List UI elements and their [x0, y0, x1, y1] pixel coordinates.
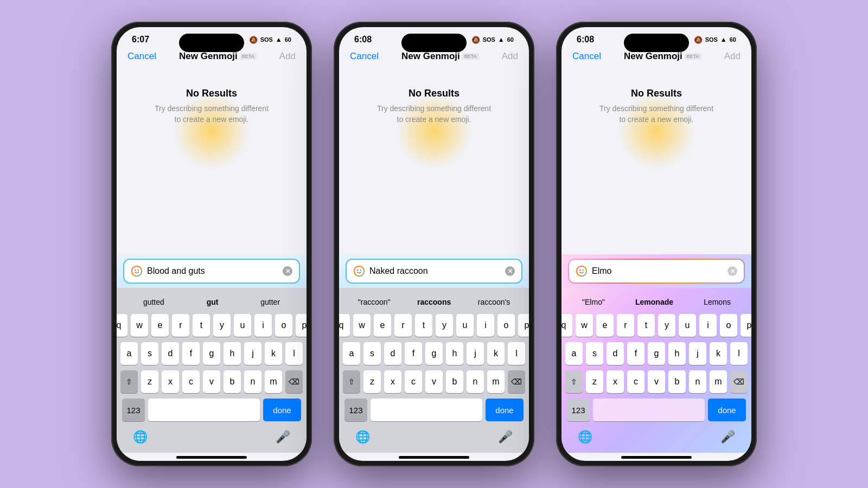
- key-n-2[interactable]: n: [467, 370, 484, 393]
- key-a-2[interactable]: a: [343, 342, 360, 365]
- key-o-2[interactable]: o: [497, 314, 515, 337]
- key-j-3[interactable]: j: [689, 342, 706, 365]
- key-z-2[interactable]: z: [363, 370, 381, 393]
- key-c-3[interactable]: c: [627, 370, 644, 393]
- key-h-3[interactable]: h: [668, 342, 686, 365]
- search-bar-1[interactable]: Blood and guts ✕: [123, 259, 300, 284]
- globe-icon-3[interactable]: 🌐: [578, 430, 592, 444]
- cancel-button-2[interactable]: Cancel: [350, 51, 379, 62]
- key-f-1[interactable]: f: [182, 342, 200, 365]
- key-j-1[interactable]: j: [244, 342, 261, 365]
- key-e-1[interactable]: e: [151, 314, 169, 337]
- key-u-2[interactable]: u: [456, 314, 474, 337]
- key-c-2[interactable]: c: [405, 370, 422, 393]
- key-q-2[interactable]: q: [339, 314, 350, 337]
- clear-button-1[interactable]: ✕: [283, 266, 292, 276]
- key-c-1[interactable]: c: [182, 370, 200, 393]
- key-i-3[interactable]: i: [699, 314, 717, 337]
- key-y-3[interactable]: y: [658, 314, 675, 337]
- key-backspace-2[interactable]: ⌫: [508, 370, 525, 393]
- suggestion-2-2[interactable]: raccoon's: [474, 296, 514, 309]
- key-l-1[interactable]: l: [285, 342, 303, 365]
- key-b-3[interactable]: b: [668, 370, 686, 393]
- key-p-2[interactable]: p: [518, 314, 529, 337]
- key-k-1[interactable]: k: [265, 342, 282, 365]
- globe-icon-2[interactable]: 🌐: [355, 430, 370, 444]
- key-j-2[interactable]: j: [467, 342, 484, 365]
- cancel-button-3[interactable]: Cancel: [572, 51, 601, 62]
- key-shift-1[interactable]: ⇧: [120, 370, 138, 393]
- key-k-2[interactable]: k: [487, 342, 505, 365]
- key-x-3[interactable]: x: [607, 370, 624, 393]
- key-s-1[interactable]: s: [141, 342, 158, 365]
- key-t-2[interactable]: t: [415, 314, 432, 337]
- key-l-3[interactable]: l: [730, 342, 748, 365]
- key-i-2[interactable]: i: [477, 314, 494, 337]
- done-button-1[interactable]: done: [263, 399, 301, 421]
- suggestion-1-0[interactable]: gutted: [139, 296, 169, 309]
- suggestion-3-2[interactable]: Lemons: [699, 296, 735, 309]
- key-e-2[interactable]: e: [374, 314, 391, 337]
- suggestion-3-1[interactable]: Lemonade: [631, 296, 678, 309]
- key-w-2[interactable]: w: [353, 314, 371, 337]
- search-text-2[interactable]: Naked raccoon: [369, 266, 501, 276]
- key-z-3[interactable]: z: [586, 370, 603, 393]
- key-e-3[interactable]: e: [596, 314, 614, 337]
- key-t-1[interactable]: t: [193, 314, 210, 337]
- space-bar-1[interactable]: [148, 399, 260, 421]
- key-w-3[interactable]: w: [576, 314, 593, 337]
- key-w-1[interactable]: w: [131, 314, 148, 337]
- suggestion-1-1[interactable]: gut: [202, 296, 223, 309]
- key-backspace-3[interactable]: ⌫: [730, 370, 748, 393]
- search-text-3[interactable]: Elmo: [592, 266, 723, 276]
- done-button-2[interactable]: done: [486, 399, 524, 421]
- suggestion-3-0[interactable]: "Elmo": [578, 296, 609, 309]
- key-shift-3[interactable]: ⇧: [565, 370, 583, 393]
- done-button-3[interactable]: done: [708, 399, 746, 421]
- clear-button-3[interactable]: ✕: [727, 266, 737, 276]
- key-s-2[interactable]: s: [363, 342, 381, 365]
- key-p-1[interactable]: p: [296, 314, 307, 337]
- add-button-1[interactable]: Add: [279, 51, 296, 62]
- key-n-1[interactable]: n: [244, 370, 261, 393]
- key-s-3[interactable]: s: [586, 342, 603, 365]
- key-g-3[interactable]: g: [648, 342, 665, 365]
- key-m-3[interactable]: m: [710, 370, 727, 393]
- key-f-2[interactable]: f: [405, 342, 422, 365]
- mic-icon-1[interactable]: 🎤: [276, 430, 290, 444]
- suggestion-2-1[interactable]: raccoons: [413, 296, 455, 309]
- key-q-1[interactable]: q: [117, 314, 127, 337]
- key-z-1[interactable]: z: [141, 370, 158, 393]
- key-r-2[interactable]: r: [394, 314, 412, 337]
- space-bar-2[interactable]: [371, 399, 482, 421]
- key-g-1[interactable]: g: [203, 342, 220, 365]
- key-f-3[interactable]: f: [627, 342, 644, 365]
- key-d-2[interactable]: d: [384, 342, 401, 365]
- key-a-1[interactable]: a: [120, 342, 138, 365]
- add-button-3[interactable]: Add: [724, 51, 741, 62]
- key-d-3[interactable]: d: [607, 342, 624, 365]
- key-k-3[interactable]: k: [710, 342, 727, 365]
- key-q-3[interactable]: q: [561, 314, 572, 337]
- key-v-1[interactable]: v: [203, 370, 220, 393]
- key-a-3[interactable]: a: [565, 342, 583, 365]
- search-bar-2[interactable]: Naked raccoon ✕: [346, 259, 522, 284]
- key-i-1[interactable]: i: [254, 314, 272, 337]
- key-v-2[interactable]: v: [425, 370, 443, 393]
- key-p-3[interactable]: p: [741, 314, 751, 337]
- suggestion-2-0[interactable]: "raccoon": [354, 296, 395, 309]
- key-u-3[interactable]: u: [679, 314, 696, 337]
- key-o-3[interactable]: o: [720, 314, 737, 337]
- key-n-3[interactable]: n: [689, 370, 706, 393]
- key-backspace-1[interactable]: ⌫: [285, 370, 303, 393]
- key-u-1[interactable]: u: [234, 314, 251, 337]
- key-y-1[interactable]: y: [213, 314, 231, 337]
- suggestion-1-2[interactable]: gutter: [256, 296, 284, 309]
- key-m-1[interactable]: m: [265, 370, 282, 393]
- key-r-1[interactable]: r: [172, 314, 189, 337]
- space-bar-3[interactable]: [593, 399, 705, 421]
- clear-button-2[interactable]: ✕: [505, 266, 515, 276]
- mic-icon-2[interactable]: 🎤: [498, 430, 513, 444]
- key-shift-2[interactable]: ⇧: [343, 370, 360, 393]
- key-l-2[interactable]: l: [508, 342, 525, 365]
